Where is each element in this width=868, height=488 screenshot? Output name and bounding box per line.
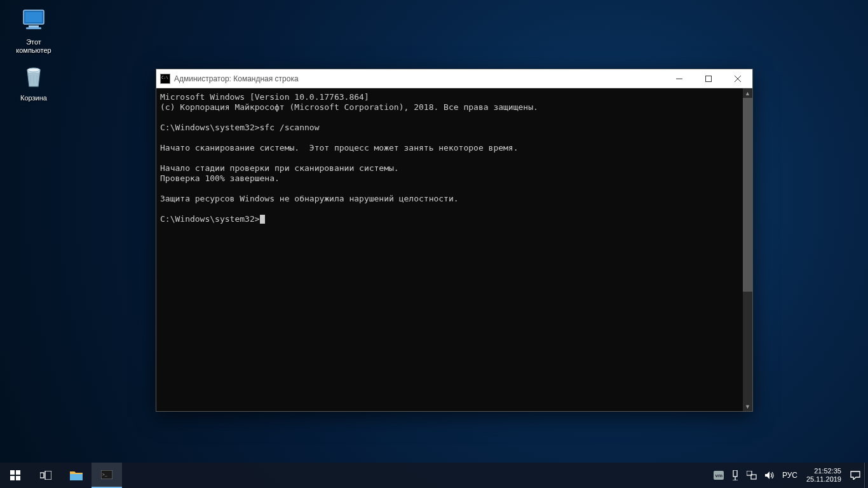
svg-rect-2 (29, 25, 39, 27)
windows-logo-icon (10, 470, 20, 480)
show-desktop-button[interactable] (864, 463, 868, 488)
cmd-app-icon (160, 74, 170, 84)
task-view-button[interactable] (31, 463, 61, 488)
maximize-button[interactable] (694, 69, 723, 88)
tray-date: 25.11.2019 (806, 475, 841, 484)
svg-text:>_: >_ (102, 472, 107, 477)
svg-rect-12 (16, 476, 20, 480)
svg-rect-6 (706, 76, 712, 82)
desktop-icon-label: Этот компьютер (9, 38, 58, 55)
svg-rect-13 (40, 473, 44, 478)
tray-time: 21:52:35 (814, 467, 841, 475)
cmd-window[interactable]: Администратор: Командная строка Microsof… (156, 69, 753, 412)
svg-rect-20 (733, 470, 737, 477)
desktop-icon-label: Корзина (9, 94, 58, 102)
task-view-icon (40, 471, 51, 480)
cursor (260, 215, 265, 224)
start-button[interactable] (0, 463, 31, 488)
minimize-button[interactable] (665, 69, 694, 88)
console-area[interactable]: Microsoft Windows [Version 10.0.17763.86… (156, 88, 752, 411)
tray-vm-icon[interactable]: vm (710, 463, 728, 488)
titlebar[interactable]: Администратор: Командная строка (156, 69, 752, 88)
tray-device-icon[interactable] (728, 463, 743, 488)
desktop-icon-this-pc[interactable]: Этот компьютер (9, 5, 58, 55)
svg-point-4 (27, 68, 40, 72)
recycle-bin-icon (18, 61, 49, 92)
tray-language[interactable]: РУС (778, 463, 801, 488)
svg-rect-11 (10, 476, 15, 480)
scrollbar[interactable]: ▲ ▼ (743, 88, 752, 411)
taskbar-cmd[interactable]: >_ (92, 463, 122, 488)
desktop-icon-recycle-bin[interactable]: Корзина (9, 61, 58, 102)
scroll-up-arrow[interactable]: ▲ (743, 88, 752, 98)
window-title: Администратор: Командная строка (174, 74, 665, 83)
this-pc-icon (18, 5, 49, 36)
tray-action-center[interactable] (846, 463, 864, 488)
file-explorer-icon (70, 470, 83, 480)
svg-rect-9 (10, 470, 15, 475)
svg-rect-15 (70, 474, 83, 480)
tray-network-icon[interactable] (743, 463, 761, 488)
svg-rect-3 (26, 27, 41, 29)
taskbar[interactable]: >_ vm РУС 21:52:35 25.11.2019 (0, 463, 868, 488)
console-output[interactable]: Microsoft Windows [Version 10.0.17763.86… (156, 88, 743, 411)
svg-text:vm: vm (715, 473, 722, 478)
scroll-thumb[interactable] (743, 98, 752, 292)
svg-rect-1 (25, 12, 42, 22)
tray-volume-icon[interactable] (761, 463, 778, 488)
desktop[interactable]: Этот компьютер Корзина Администратор: Ко… (0, 0, 868, 488)
tray-clock[interactable]: 21:52:35 25.11.2019 (801, 463, 846, 488)
cmd-icon: >_ (101, 470, 112, 479)
scroll-down-arrow[interactable]: ▼ (743, 402, 752, 411)
svg-rect-10 (16, 470, 20, 475)
svg-rect-14 (45, 471, 51, 480)
taskbar-file-explorer[interactable] (61, 463, 92, 488)
system-tray[interactable]: vm РУС 21:52:35 25.11.2019 (710, 463, 868, 488)
close-button[interactable] (723, 69, 752, 88)
